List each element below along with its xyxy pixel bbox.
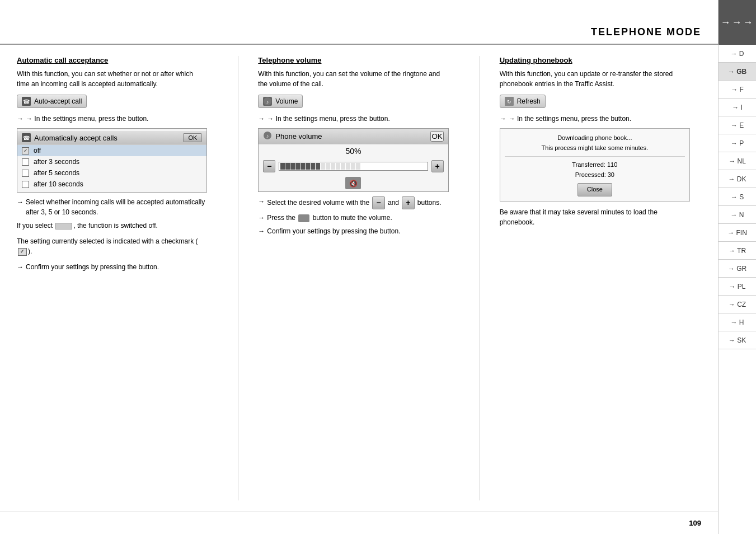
- divider-1: [238, 56, 238, 500]
- volume-button[interactable]: ♪ Volume: [258, 95, 303, 108]
- settings-icon: ☎: [22, 133, 31, 142]
- col1-confirm-text: Confirm your settings by pressing the bu…: [26, 262, 159, 272]
- page-number: 109: [689, 519, 701, 527]
- minus-button-inline[interactable]: −: [372, 196, 384, 209]
- volume-settings-box: ♪ Phone volume OK 50% −: [258, 128, 448, 192]
- checkmark-icon: ✓: [18, 248, 27, 256]
- sidebar-item-nl[interactable]: → NL: [719, 152, 756, 170]
- arrow-icon-p1: →: [500, 114, 506, 124]
- vol-seg-3: [290, 163, 295, 170]
- svg-text:☎: ☎: [23, 135, 30, 141]
- vol-seg-8: [316, 163, 320, 170]
- col3-instruction1: → → In the settings menu, press the butt…: [500, 114, 690, 124]
- col1-select-text: Select whether incoming calls will be ac…: [26, 197, 207, 217]
- transferred-label: Transferred: 110: [505, 160, 685, 170]
- settings-row-5s[interactable]: after 5 seconds: [17, 167, 206, 179]
- sidebar-item-dk[interactable]: → DK: [719, 170, 756, 188]
- processed-label: Processed: 30: [505, 170, 685, 180]
- refresh-button[interactable]: ↻ Refresh: [500, 95, 546, 108]
- phone-icon: ☎: [22, 97, 31, 106]
- sidebar-item-e[interactable]: → E: [719, 116, 756, 134]
- mute-inline-icon: [298, 214, 309, 222]
- settings-box-header: ☎ Automatically accept calls OK: [17, 131, 206, 145]
- option-10s-label: after 10 seconds: [34, 180, 83, 188]
- download-line1: Downloading phone book...: [505, 133, 685, 143]
- volume-plus-button[interactable]: +: [431, 160, 444, 172]
- svg-text:↻: ↻: [507, 99, 511, 105]
- sidebar-item-d[interactable]: → D: [719, 45, 756, 63]
- sidebar-item-h[interactable]: → H: [719, 313, 756, 331]
- arrow-icon-v2: →: [258, 196, 265, 207]
- auto-accept-call-button[interactable]: ☎ Auto-accept call: [17, 95, 87, 108]
- sidebar-item-gr[interactable]: → GR: [719, 260, 756, 278]
- vol-seg-9: [321, 163, 325, 170]
- option-5s-label: after 5 seconds: [34, 169, 79, 177]
- vol-seg-14: [346, 163, 350, 170]
- vol-seg-1: [280, 163, 285, 170]
- ok-button-col2[interactable]: OK: [430, 131, 443, 142]
- plus-button-inline[interactable]: +: [402, 196, 414, 209]
- volume-bar: [279, 162, 428, 171]
- sidebar-item-n[interactable]: → N: [719, 206, 756, 224]
- col2-mute-text: Press the button to mute the volume.: [267, 213, 392, 223]
- col2-instruction3: → Press the button to mute the volume.: [258, 213, 448, 223]
- settings-row-3s[interactable]: after 3 seconds: [17, 156, 206, 167]
- volume-icon: ♪: [263, 97, 272, 106]
- sidebar-item-tr[interactable]: → TR: [719, 242, 756, 260]
- settings-row-off[interactable]: off: [17, 145, 206, 156]
- sidebar-item-sk[interactable]: → SK: [719, 331, 756, 349]
- checkbox-off[interactable]: [22, 147, 29, 154]
- checkbox-10s[interactable]: [22, 181, 29, 188]
- sidebar-item-pl[interactable]: → PL: [719, 278, 756, 296]
- vol-seg-16: [356, 163, 360, 170]
- page-header: TELEPHONE MODE: [0, 0, 718, 45]
- col1-title: Automatic call acceptance: [17, 56, 207, 64]
- col1-instruction4: The setting currently selected is indica…: [17, 236, 207, 256]
- svg-text:🔇: 🔇: [349, 179, 358, 188]
- sidebar-item-cz[interactable]: → CZ: [719, 296, 756, 313]
- vol-seg-11: [331, 163, 335, 170]
- vol-seg-2: [285, 163, 290, 170]
- download-progress-box: Downloading phone book... This process m…: [500, 128, 690, 202]
- option-3s-label: after 3 seconds: [34, 158, 79, 166]
- checkbox-3s[interactable]: [22, 158, 29, 166]
- svg-text:☎: ☎: [23, 99, 30, 105]
- main-content: Automatic call acceptance With this func…: [0, 45, 718, 512]
- volume-header-icon: ♪: [263, 131, 272, 142]
- auto-accept-button-label: Auto-accept call: [34, 97, 82, 105]
- col1-intro: With this function, you can set whether …: [17, 69, 207, 89]
- vol-seg-5: [300, 163, 305, 170]
- vol-seg-4: [295, 163, 300, 170]
- col1-instruction3: If you select , the function is switched…: [17, 221, 207, 231]
- ok-button-col1[interactable]: OK: [183, 133, 202, 142]
- sidebar-item-f[interactable]: → F: [719, 81, 756, 99]
- sidebar-item-fin[interactable]: → FIN: [719, 224, 756, 242]
- arrow-icon-3: →: [17, 262, 24, 272]
- volume-minus-button[interactable]: −: [263, 160, 275, 172]
- sidebar: →→→ → D → GB → F → I → E → P → NL → DK →…: [718, 0, 756, 534]
- sidebar-item-s[interactable]: → S: [719, 188, 756, 206]
- col2-instruction4: → Confirm your settings by pressing the …: [258, 226, 448, 236]
- col2-instruction2: → Select the desired volume with the − a…: [258, 196, 448, 209]
- settings-box-col1: ☎ Automatically accept calls OK off afte…: [17, 128, 207, 193]
- col2-intro: With this function, you can set the volu…: [258, 69, 448, 89]
- arrow-icon-v1: →: [258, 114, 265, 124]
- vol-seg-7: [311, 163, 315, 170]
- sidebar-item-i[interactable]: → I: [719, 99, 756, 116]
- col3-note: Be aware that it may take several minute…: [500, 207, 690, 227]
- refresh-button-label: Refresh: [517, 97, 541, 105]
- sidebar-item-gb[interactable]: → GB: [719, 63, 756, 81]
- svg-text:♪: ♪: [266, 133, 269, 139]
- settings-row-10s[interactable]: after 10 seconds: [17, 179, 206, 190]
- volume-button-label: Volume: [275, 97, 298, 105]
- col2-instruction1: → → In the settings menu, press the butt…: [258, 114, 448, 124]
- settings-box-title: Automatically accept calls: [34, 134, 118, 142]
- vol-seg-13: [341, 163, 345, 170]
- checkbox-5s[interactable]: [22, 170, 29, 177]
- vol-seg-10: [326, 163, 330, 170]
- sidebar-item-p[interactable]: → P: [719, 134, 756, 152]
- mute-icon[interactable]: 🔇: [345, 177, 361, 189]
- close-button[interactable]: Close: [577, 183, 612, 196]
- vol-seg-15: [351, 163, 355, 170]
- option-off-label: off: [34, 147, 41, 154]
